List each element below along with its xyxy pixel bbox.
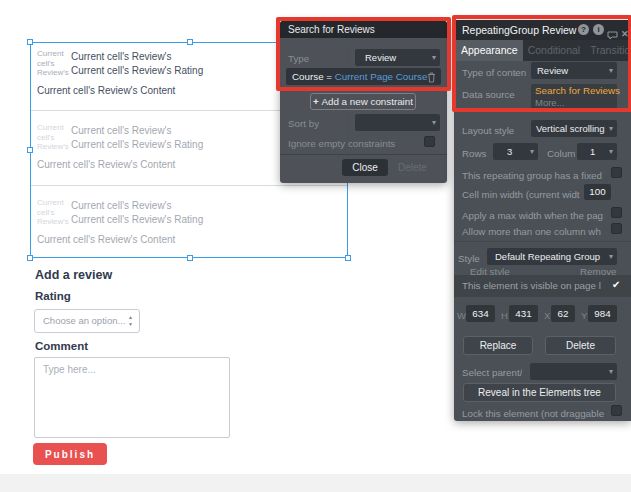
- layout-style-label: Layout style: [462, 125, 514, 136]
- rows-dropdown[interactable]: 3 ▾: [493, 143, 538, 160]
- chevron-down-icon: ▾: [609, 363, 613, 380]
- checkmark-icon[interactable]: ✔: [612, 279, 620, 290]
- repeating-group-inspector: RepeatingGroup Review ? i ✕ Appearance C…: [454, 20, 631, 421]
- chevron-down-icon: ▾: [609, 120, 613, 137]
- rating-text[interactable]: Current cell's Review's Rating: [71, 65, 203, 76]
- lock-element-checkbox[interactable]: [611, 405, 622, 416]
- fixed-rows-checkbox[interactable]: [611, 167, 622, 178]
- delete-constraint-button[interactable]: Delete: [398, 162, 427, 173]
- data-source-label: Data source: [462, 89, 515, 100]
- selection-handle-bottom-mid[interactable]: [187, 255, 193, 261]
- comment-textarea[interactable]: [34, 357, 230, 438]
- inspector-tabs: Appearance Conditional Transitions: [454, 40, 631, 61]
- x-label: X: [544, 310, 550, 321]
- select-parent-dropdown[interactable]: ▾: [530, 363, 617, 380]
- sort-by-label: Sort by: [288, 118, 319, 129]
- chevron-down-icon: ▾: [609, 62, 613, 79]
- ignore-empty-checkbox[interactable]: [424, 136, 435, 147]
- y-input[interactable]: 984: [588, 305, 617, 322]
- rows-value: 3: [507, 143, 526, 160]
- type-label: Type: [288, 53, 309, 64]
- cell-min-width-input[interactable]: 100: [584, 184, 611, 200]
- tab-conditional[interactable]: Conditional: [523, 40, 586, 61]
- tab-appearance[interactable]: Appearance: [456, 40, 523, 61]
- style-value: Default Repeating Group: [495, 248, 605, 265]
- x-input[interactable]: 62: [551, 305, 575, 322]
- constraint-value[interactable]: Current Page Course: [335, 71, 428, 82]
- reveal-elements-tree-button[interactable]: Reveal in the Elements tree: [463, 383, 616, 402]
- bubble-editor: Current cell's Review's Current cell's R…: [0, 0, 631, 492]
- inspector-title-bar: RepeatingGroup Review ? i ✕: [454, 20, 631, 40]
- selection-handle-bottom-right[interactable]: [345, 255, 351, 261]
- visible-on-load-label: This element is visible on page l: [462, 280, 610, 291]
- layout-style-value: Vertical scrolling: [536, 120, 605, 137]
- content-text[interactable]: Current cell's Review's Content: [37, 234, 175, 245]
- comment-label: Comment: [35, 340, 88, 352]
- select-arrows-icon: ▲▼: [128, 314, 133, 328]
- publish-button[interactable]: Publish: [33, 443, 107, 465]
- review-field-label-text[interactable]: Current cell's Review's: [37, 198, 71, 227]
- one-column-checkbox[interactable]: [611, 223, 622, 234]
- columns-dropdown[interactable]: 1 ▾: [577, 143, 617, 160]
- data-source-box: Search for Reviews More...: [531, 84, 617, 109]
- add-review-heading: Add a review: [35, 268, 112, 282]
- columns-label: Colum: [547, 148, 575, 159]
- type-of-content-value: Review: [537, 62, 605, 79]
- info-icon[interactable]: i: [593, 24, 604, 35]
- style-dropdown[interactable]: Default Repeating Group ▾: [487, 248, 617, 265]
- reviewer-text[interactable]: Current cell's Review's: [71, 51, 172, 62]
- chevron-down-icon: ▾: [432, 114, 436, 131]
- max-width-label: Apply a max width when the pag: [462, 210, 610, 221]
- help-icon[interactable]: ?: [578, 24, 589, 35]
- replace-button[interactable]: Replace: [463, 336, 533, 355]
- constraint-field: Course: [292, 71, 326, 82]
- tab-transitions[interactable]: Transitions: [585, 40, 631, 61]
- constraint-row[interactable]: Course = Current Page Course: [286, 68, 441, 85]
- width-input[interactable]: 634: [466, 305, 495, 322]
- ignore-empty-label: Ignore empty constraints: [288, 138, 395, 149]
- rating-select[interactable]: Choose an option... ▲▼: [34, 309, 140, 333]
- rating-text[interactable]: Current cell's Review's Rating: [71, 214, 203, 225]
- selection-handle-top-mid[interactable]: [187, 39, 193, 45]
- add-constraint-button[interactable]: + Add a new constraint: [310, 93, 416, 110]
- chevron-down-icon: ▾: [432, 49, 436, 66]
- close-button[interactable]: Close: [342, 159, 388, 176]
- height-input[interactable]: 431: [509, 305, 538, 322]
- data-source-more-link[interactable]: More...: [535, 97, 565, 108]
- lock-element-label: Lock this element (not draggable: [462, 408, 610, 419]
- sort-by-dropdown[interactable]: ▾: [355, 114, 440, 131]
- content-text[interactable]: Current cell's Review's Content: [37, 159, 175, 170]
- repeating-group-cell[interactable]: Current cell's Review's Current cell's R…: [30, 185, 348, 258]
- reviewer-text[interactable]: Current cell's Review's: [71, 200, 172, 211]
- chevron-down-icon: ▾: [530, 143, 534, 160]
- popup-divider: [280, 154, 447, 155]
- data-source-link[interactable]: Search for Reviews: [535, 85, 620, 96]
- cell-min-width-label: Cell min width (current widt: [462, 189, 582, 200]
- type-dropdown[interactable]: Review ▾: [355, 49, 440, 66]
- content-text[interactable]: Current cell's Review's Content: [37, 85, 175, 96]
- review-field-label-text[interactable]: Current cell's Review's: [37, 123, 71, 152]
- divider: [454, 241, 631, 242]
- search-for-reviews-popup: Search for Reviews Type Review ▾ Course …: [280, 21, 447, 183]
- rows-label: Rows: [462, 148, 487, 159]
- reviewer-text[interactable]: Current cell's Review's: [71, 125, 172, 136]
- selection-handle-bottom-left[interactable]: [27, 255, 33, 261]
- visible-on-load-row: This element is visible on page l ✔: [454, 275, 631, 297]
- delete-button[interactable]: Delete: [545, 336, 616, 355]
- style-label: Style: [458, 253, 480, 264]
- columns-value: 1: [590, 143, 605, 160]
- width-label: W: [457, 310, 466, 321]
- selection-handle-top-left[interactable]: [27, 39, 33, 45]
- rating-text[interactable]: Current cell's Review's Rating: [71, 139, 203, 150]
- max-width-checkbox[interactable]: [611, 207, 622, 218]
- type-of-content-dropdown[interactable]: Review ▾: [531, 62, 617, 79]
- fixed-rows-label: This repeating group has a fixed: [462, 170, 610, 181]
- type-of-content-label: Type of conten: [462, 67, 530, 78]
- layout-style-dropdown[interactable]: Vertical scrolling ▾: [531, 120, 617, 137]
- rating-select-value: Choose an option...: [43, 315, 125, 326]
- one-column-label: Allow more than one column wh: [462, 226, 610, 237]
- selection-handle-left-mid[interactable]: [27, 147, 33, 153]
- inspector-title: RepeatingGroup Review: [462, 24, 576, 36]
- trash-icon[interactable]: [427, 71, 436, 88]
- review-field-label-text[interactable]: Current cell's Review's: [37, 49, 71, 78]
